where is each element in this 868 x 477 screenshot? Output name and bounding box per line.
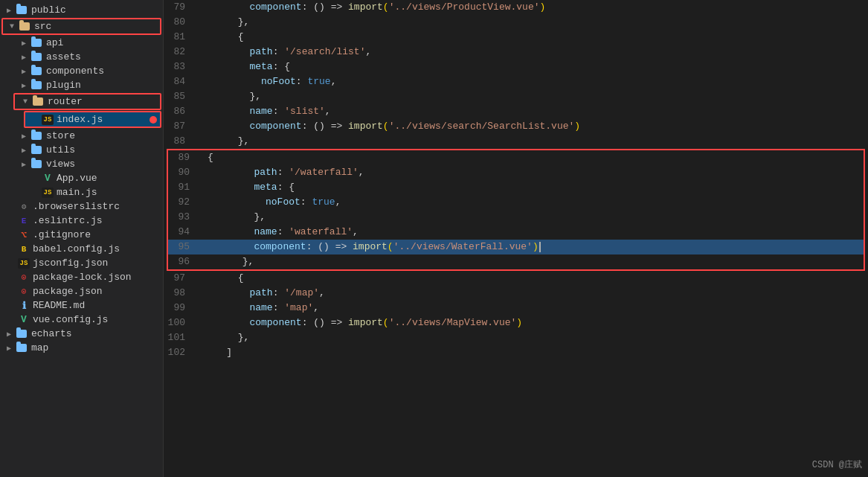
sidebar-item-views[interactable]: ▶ views: [0, 157, 163, 171]
sidebar-item-gitignore[interactable]: ⌥ .gitignore: [0, 228, 163, 242]
line-number: 90: [168, 165, 202, 180]
code-line-94: 94 name: 'waterfall',: [168, 225, 864, 240]
line-number: 81: [164, 30, 197, 45]
line-number: 95: [168, 240, 202, 254]
js-file-icon: JS: [42, 115, 54, 125]
line-number: 97: [164, 271, 197, 286]
line-number: 102: [164, 345, 197, 360]
sidebar-item-label: App.vue: [57, 173, 97, 184]
line-number: 88: [164, 134, 197, 149]
line-number: 99: [164, 301, 197, 316]
code-line-90: 90 path: '/waterfall',: [168, 165, 864, 180]
code-line-89: 89 {: [168, 150, 864, 165]
sidebar-item-label: store: [46, 130, 75, 141]
folder-icon: [30, 38, 43, 48]
line-content: meta: {: [197, 60, 868, 74]
code-line-102: 102 ]: [164, 345, 868, 360]
line-content: path: '/map',: [197, 286, 868, 301]
line-number: 83: [164, 60, 197, 74]
sidebar-item-label: .gitignore: [33, 229, 91, 240]
folder-icon: [30, 52, 43, 63]
sidebar-item-babel[interactable]: B babel.config.js: [0, 242, 163, 256]
line-number: 101: [164, 330, 197, 345]
line-number: 94: [168, 225, 202, 240]
code-line-98: 98 path: '/map',: [164, 286, 868, 301]
line-content: },: [197, 89, 868, 104]
md-file-icon: ℹ: [18, 301, 30, 311]
arrow-icon: ▶: [18, 160, 30, 169]
sidebar-item-plugin[interactable]: ▶ plugin: [0, 78, 163, 92]
code-line-81: 81 {: [164, 30, 868, 45]
line-content: {: [197, 30, 868, 45]
sidebar-item-echarts[interactable]: ▶ echarts: [0, 327, 163, 341]
sidebar-item-src[interactable]: ▼ src: [3, 19, 160, 33]
line-number: 87: [164, 119, 197, 134]
sidebar-item-router[interactable]: ▼ router: [15, 95, 160, 109]
code-line-96: 96 },: [168, 254, 864, 269]
sidebar-item-label: public: [31, 4, 66, 16]
sidebar-item-vue-config[interactable]: V vue.config.js: [0, 313, 163, 327]
vue-config-file-icon: V: [18, 315, 30, 325]
line-number: 85: [164, 89, 197, 104]
code-line-100: 100 component: () => import('../views/Ma…: [164, 316, 868, 330]
sidebar-item-main-js[interactable]: JS main.js: [0, 185, 163, 199]
vue-file-icon: V: [42, 173, 54, 184]
sidebar-item-api[interactable]: ▶ api: [0, 36, 163, 50]
sidebar-item-label: README.md: [33, 300, 85, 311]
line-number: 80: [164, 15, 197, 30]
sidebar-item-label: plugin: [46, 80, 81, 91]
line-content: },: [197, 134, 868, 149]
sidebar-item-label: echarts: [31, 328, 72, 339]
arrow-icon: ▶: [18, 67, 30, 76]
arrow-icon: ▶: [3, 330, 15, 339]
js-file-icon: JS: [18, 258, 30, 269]
js-file-icon: JS: [42, 188, 54, 198]
line-content: name: 'slist',: [197, 104, 868, 119]
code-line-87: 87 component: () => import('../views/sea…: [164, 119, 868, 134]
sidebar-item-app-vue[interactable]: V App.vue: [0, 171, 163, 185]
sidebar-item-store[interactable]: ▶ store: [0, 129, 163, 143]
code-line-99: 99 name: 'map',: [164, 301, 868, 316]
line-number: 89: [168, 150, 202, 165]
babel-file-icon: B: [18, 244, 30, 254]
sidebar-item-jsconfig[interactable]: JS jsconfig.json: [0, 256, 163, 270]
code-line-91: 91 meta: {: [168, 180, 864, 195]
sidebar-item-browserslistrc[interactable]: ⚙ .browserslistrc: [0, 199, 163, 214]
sidebar-item-components[interactable]: ▶ components: [0, 64, 163, 78]
sidebar-item-utils[interactable]: ▶ utils: [0, 143, 163, 157]
line-content: name: 'map',: [197, 301, 868, 316]
sidebar-item-eslintrc[interactable]: E .eslintrc.js: [0, 214, 163, 228]
line-number: 93: [168, 210, 202, 225]
sidebar-item-label: router: [48, 96, 83, 107]
npm-file-icon: ⊙: [18, 272, 30, 283]
sidebar-item-readme[interactable]: ℹ README.md: [0, 298, 163, 313]
npm-file-icon: ⊙: [18, 286, 30, 297]
sidebar-item-map[interactable]: ▶ map: [0, 341, 163, 355]
sidebar-item-label: package.json: [33, 286, 103, 297]
folder-src-icon: [18, 22, 31, 32]
line-number: 92: [168, 195, 202, 210]
code-editor[interactable]: 79 component: () => import('../views/Pro…: [164, 0, 868, 477]
file-tree: ▶ public ▼ src ▶ api ▶ assets ▶: [0, 3, 163, 355]
code-line-80: 80 },: [164, 15, 868, 30]
sidebar-item-label: src: [34, 21, 51, 32]
line-content: path: '/search/list',: [197, 45, 868, 60]
arrow-icon: ▶: [18, 81, 30, 90]
line-content: },: [197, 330, 868, 345]
sidebar-item-assets[interactable]: ▶ assets: [0, 50, 163, 64]
sidebar-item-label: index.js: [57, 114, 103, 125]
sidebar-item-index-js[interactable]: JS index.js: [25, 112, 150, 127]
line-content: component: () => import('../views/search…: [197, 119, 868, 134]
sidebar-item-label: views: [46, 159, 75, 170]
sidebar-item-package-lock[interactable]: ⊙ package-lock.json: [0, 270, 163, 284]
sidebar-item-label: package-lock.json: [33, 272, 132, 283]
sidebar-item-public[interactable]: ▶ public: [0, 3, 163, 17]
folder-router-icon: [31, 97, 45, 107]
line-content: component: () => import('../views/MapVie…: [197, 316, 868, 330]
line-content: {: [197, 271, 868, 286]
config-file-icon: ⚙: [18, 202, 30, 212]
folder-icon: [15, 5, 28, 16]
sidebar-item-label: .browserslistrc: [33, 201, 120, 212]
sidebar-item-package[interactable]: ⊙ package.json: [0, 284, 163, 298]
folder-icon: [30, 131, 43, 141]
